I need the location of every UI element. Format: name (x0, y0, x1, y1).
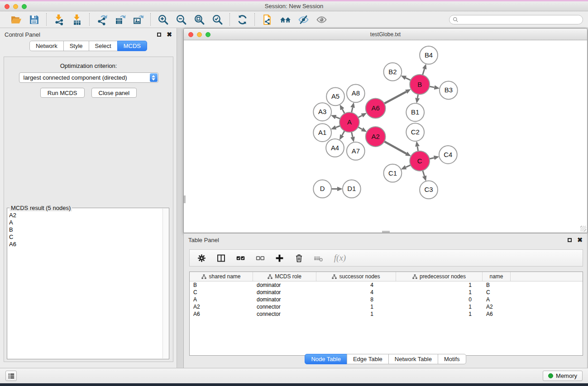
mcds-result-item[interactable]: B (9, 226, 162, 234)
network-close-button[interactable] (188, 32, 193, 37)
edge-A-A4[interactable] (342, 131, 344, 135)
edge-C-C3[interactable] (423, 171, 425, 176)
network-graph[interactable]: B4B2BB3A8A5A6A3B1AA1C2A2A4A7C4CC1C3DD1 (184, 41, 587, 233)
export-image-button[interactable] (132, 13, 144, 26)
table-cell[interactable]: 0 (396, 296, 483, 303)
table-cell[interactable]: A (483, 296, 511, 303)
table-row[interactable]: Adominator80A (190, 296, 583, 303)
tab-motifs[interactable]: Motifs (438, 354, 466, 364)
tab-network-table[interactable]: Network Table (388, 354, 438, 364)
open-file-button[interactable] (10, 13, 22, 26)
node-C[interactable]: C (410, 151, 430, 171)
node-A4[interactable]: A4 (326, 139, 344, 157)
node-D1[interactable]: D1 (343, 180, 361, 198)
result-scrollbar[interactable] (163, 209, 168, 358)
table-cell[interactable]: A2 (483, 304, 511, 310)
table-cell[interactable]: C (483, 289, 511, 295)
table-row[interactable]: Cdominator41C (190, 289, 583, 296)
tab-node-table[interactable]: Node Table (305, 354, 347, 364)
edge-B-B1[interactable] (417, 94, 418, 98)
zoom-in-button[interactable] (157, 13, 169, 26)
edge-B-B3[interactable] (430, 86, 435, 87)
select-all-button[interactable] (235, 253, 246, 263)
table-cell[interactable]: A6 (190, 311, 253, 317)
mcds-result-item[interactable]: A2 (9, 212, 162, 219)
table-cell[interactable]: 4 (316, 282, 396, 288)
edge-B-B4[interactable] (423, 69, 425, 75)
edge-A-A1[interactable] (336, 126, 340, 128)
export-network-button[interactable] (96, 13, 108, 26)
deselect-all-button[interactable] (254, 253, 265, 263)
table-row[interactable]: A2connector11A2 (190, 303, 583, 310)
import-table-button[interactable] (71, 13, 83, 26)
table-cell[interactable]: dominator (253, 296, 316, 303)
table-cell[interactable]: 1 (316, 311, 396, 317)
node-C1[interactable]: C1 (384, 164, 402, 182)
table-cell[interactable]: A2 (190, 304, 253, 310)
column-header-name[interactable]: name (483, 272, 511, 281)
zoom-fit-button[interactable] (193, 13, 206, 26)
network-window-titlebar[interactable]: testGlobe.txt (184, 29, 587, 40)
column-header-predecessor-nodes[interactable]: predecessor nodes (396, 272, 483, 281)
table-cell[interactable]: 4 (316, 289, 396, 295)
hide-unselected-button[interactable] (297, 13, 310, 26)
home-button[interactable] (279, 13, 292, 26)
node-A3[interactable]: A3 (313, 103, 331, 121)
column-header-successor-nodes[interactable]: successor nodes (316, 272, 396, 281)
tab-select[interactable]: Select (89, 41, 118, 51)
search-box[interactable] (449, 15, 583, 24)
node-C4[interactable]: C4 (439, 146, 457, 164)
import-network-button[interactable] (53, 13, 65, 26)
export-table-button[interactable] (114, 13, 126, 26)
resize-grip[interactable] (580, 226, 586, 232)
split-columns-button[interactable] (215, 253, 226, 263)
refresh-button[interactable] (236, 13, 249, 26)
table-cell[interactable]: dominator (253, 282, 316, 288)
tab-mcds[interactable]: MCDS (117, 41, 147, 51)
edge-A-A6[interactable] (358, 115, 362, 118)
memory-button[interactable]: Memory (543, 371, 583, 381)
zoom-window-button[interactable] (22, 4, 27, 9)
table-cell[interactable]: B (190, 282, 253, 288)
column-header-shared-name[interactable]: shared name (190, 272, 253, 281)
float-table-panel-icon[interactable] (568, 238, 572, 242)
column-header-MCDS-role[interactable]: MCDS role (253, 272, 316, 281)
network-canvas[interactable]: B4B2BB3A8A5A6A3B1AA1C2A2A4A7C4CC1C3DD1 (184, 41, 587, 233)
node-A6[interactable]: A6 (366, 98, 386, 118)
node-C3[interactable]: C3 (420, 181, 438, 199)
node-A7[interactable]: A7 (347, 142, 365, 160)
optimization-criterion-dropdown[interactable]: largest connected component (directed) (19, 72, 158, 83)
edge-B-B2[interactable] (406, 78, 411, 80)
table-cell[interactable]: dominator (253, 289, 316, 295)
edge-C-C4[interactable] (430, 158, 434, 159)
table-cell[interactable]: connector (253, 304, 316, 310)
search-input[interactable] (460, 16, 579, 23)
minimize-window-button[interactable] (13, 4, 18, 9)
node-B3[interactable]: B3 (440, 81, 458, 100)
close-table-panel-icon[interactable]: ✖ (577, 237, 583, 243)
add-column-button[interactable] (274, 253, 285, 263)
table-cell[interactable]: 1 (396, 289, 483, 295)
table-cell[interactable]: B (483, 282, 511, 288)
tab-style[interactable]: Style (63, 41, 89, 51)
table-cell[interactable]: A (190, 296, 253, 303)
horizontal-scrollbar-thumb[interactable] (382, 231, 390, 233)
show-all-button[interactable] (315, 13, 328, 26)
table-cell[interactable]: A6 (483, 311, 511, 317)
run-mcds-button[interactable]: Run MCDS (40, 88, 85, 98)
node-A5[interactable]: A5 (326, 88, 344, 106)
table-cell[interactable]: 8 (316, 296, 396, 303)
node-B[interactable]: B (410, 75, 430, 95)
node-B4[interactable]: B4 (420, 46, 438, 64)
edge-A-A8[interactable] (352, 108, 353, 113)
close-panel-button[interactable]: Close panel (91, 88, 137, 98)
mcds-result-item[interactable]: A (9, 219, 162, 226)
edge-A-A7[interactable] (352, 132, 353, 137)
table-cell[interactable]: 1 (396, 311, 483, 317)
mcds-result-item[interactable]: A6 (9, 241, 162, 248)
node-A1[interactable]: A1 (313, 124, 331, 142)
table-cell[interactable]: C (190, 289, 253, 295)
float-panel-icon[interactable] (157, 33, 161, 37)
edge-A-A3[interactable] (336, 117, 340, 119)
network-minimize-button[interactable] (197, 32, 202, 37)
